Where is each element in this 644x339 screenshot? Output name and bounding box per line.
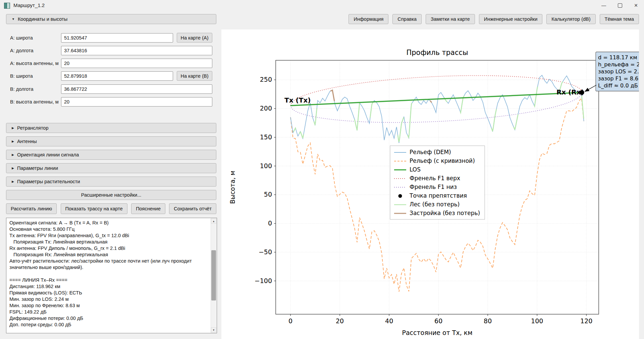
svg-text:Застройка (без потерь): Застройка (без потерь) bbox=[410, 210, 480, 216]
chevron-down-icon: ▼ bbox=[12, 17, 15, 21]
scroll-down-icon[interactable] bbox=[211, 327, 216, 333]
section-vegetation-params-label: Параметры растительности bbox=[17, 179, 80, 184]
svg-text:−100: −100 bbox=[255, 277, 272, 284]
svg-text:0: 0 bbox=[268, 219, 272, 227]
a-height-label: А: высота антенны, м bbox=[10, 59, 60, 68]
chevron-right-icon: ▶ bbox=[12, 180, 14, 183]
b-height-label: В: высота антенны, м bbox=[10, 97, 60, 107]
engineering-settings-button[interactable]: Инженерные настройки bbox=[479, 14, 543, 24]
section-line-params-label: Параметры линии bbox=[17, 165, 58, 171]
report-scrollbar[interactable] bbox=[211, 218, 216, 333]
svg-text:60: 60 bbox=[434, 317, 442, 325]
db-calculator-button[interactable]: Калькулятор (dB) bbox=[546, 14, 595, 24]
report-output[interactable]: Ориентация сигнала: A → B (Tx = A, Rx = … bbox=[6, 218, 217, 333]
profile-chart: Tx (Tx)Rx (Rx)020406080100120−100−500501… bbox=[221, 29, 639, 339]
a-height-input[interactable] bbox=[61, 59, 212, 68]
svg-text:Tx (Tx): Tx (Tx) bbox=[284, 96, 311, 104]
info-button[interactable]: Информация bbox=[348, 14, 388, 24]
explanation-button[interactable]: Пояснение bbox=[131, 203, 165, 214]
minimize-button[interactable]: — bbox=[596, 0, 612, 11]
maximize-icon bbox=[618, 3, 622, 8]
b-lat-label: В: широта bbox=[10, 71, 60, 81]
close-icon: × bbox=[634, 2, 638, 9]
app-icon bbox=[4, 3, 10, 9]
svg-text:L_diff ≈ 0.0 дБ: L_diff ≈ 0.0 дБ bbox=[598, 82, 638, 89]
a-lon-input[interactable] bbox=[61, 46, 212, 55]
report-text: Ориентация сигнала: A → B (Tx = A, Rx = … bbox=[9, 220, 209, 332]
svg-text:Профиль трассы: Профиль трассы bbox=[406, 49, 468, 57]
b-lat-input[interactable] bbox=[61, 71, 173, 81]
minimize-icon: — bbox=[601, 3, 606, 8]
svg-text:120: 120 bbox=[580, 317, 592, 325]
svg-text:0: 0 bbox=[288, 317, 292, 325]
maximize-button[interactable] bbox=[612, 0, 628, 11]
help-button[interactable]: Справка bbox=[392, 14, 422, 24]
svg-text:50: 50 bbox=[264, 191, 272, 198]
b-lon-input[interactable] bbox=[61, 84, 212, 94]
close-button[interactable]: × bbox=[628, 0, 644, 11]
section-coords-header[interactable]: ▼ Координаты и высоты bbox=[6, 14, 216, 24]
section-repeater-label: Ретранслятор bbox=[17, 125, 49, 131]
chart-panel: Tx (Tx)Rx (Rx)020406080100120−100−500501… bbox=[221, 29, 639, 339]
svg-text:100: 100 bbox=[531, 317, 543, 325]
svg-text:Точка препятствия: Точка препятствия bbox=[409, 192, 467, 199]
svg-text:Рельеф (с кривизной): Рельеф (с кривизной) bbox=[410, 157, 475, 164]
svg-text:h_рельефа = 230: h_рельефа = 230 bbox=[598, 61, 639, 68]
dark-theme-button[interactable]: Тёмная тема bbox=[600, 14, 639, 24]
svg-text:Лес (без потерь): Лес (без потерь) bbox=[410, 201, 460, 208]
scroll-up-icon[interactable] bbox=[211, 218, 216, 224]
save-report-button[interactable]: Сохранить отчёт bbox=[169, 203, 216, 214]
top-toolbar: Информация Справка Заметки на карте Инже… bbox=[348, 14, 639, 24]
b-height-input[interactable] bbox=[61, 97, 212, 107]
svg-text:150: 150 bbox=[260, 133, 272, 141]
svg-text:Расстояние от Tx, км: Расстояние от Tx, км bbox=[402, 329, 472, 336]
a-lat-label: А: широта bbox=[10, 33, 60, 43]
svg-text:Рельеф (DEM): Рельеф (DEM) bbox=[410, 149, 451, 155]
map-notes-button[interactable]: Заметки на карте bbox=[426, 14, 475, 24]
svg-text:зазор F1 = 8.6 м: зазор F1 = 8.6 м bbox=[598, 75, 639, 82]
chevron-right-icon: ▶ bbox=[12, 166, 14, 170]
section-repeater[interactable]: ▶ Ретранслятор bbox=[6, 123, 216, 133]
svg-text:LOS: LOS bbox=[410, 166, 421, 173]
svg-text:Френель F1 верх: Френель F1 верх bbox=[410, 175, 460, 182]
a-lon-label: А: долгота bbox=[10, 46, 60, 55]
title-bar: Маршрут_1.2 — × bbox=[0, 0, 644, 11]
svg-text:Высота, м: Высота, м bbox=[229, 171, 236, 204]
section-signal-orientation-label: Ориентация линии сигнала bbox=[17, 152, 79, 157]
svg-text:−50: −50 bbox=[259, 248, 272, 256]
section-coords-label: Координаты и высоты bbox=[18, 16, 67, 22]
svg-text:200: 200 bbox=[260, 105, 272, 112]
svg-text:100: 100 bbox=[260, 162, 272, 170]
window-title: Маршрут_1.2 bbox=[13, 2, 45, 8]
action-buttons-row: Рассчитать линию Показать трассу на карт… bbox=[6, 203, 216, 214]
section-vegetation-params[interactable]: ▶ Параметры растительности bbox=[6, 177, 216, 187]
svg-text:Rx (Rx): Rx (Rx) bbox=[556, 88, 584, 96]
section-antennas-label: Антенны bbox=[17, 139, 37, 144]
section-line-params[interactable]: ▶ Параметры линии bbox=[6, 163, 216, 173]
on-map-a-button[interactable]: На карте (А) bbox=[177, 33, 212, 43]
app-window: Маршрут_1.2 — × Информация Справка Замет… bbox=[0, 0, 644, 339]
advanced-settings-button[interactable]: Расширенные настройки... bbox=[6, 190, 216, 200]
svg-text:d = 118.17 км: d = 118.17 км bbox=[598, 54, 637, 61]
chevron-right-icon: ▶ bbox=[12, 153, 14, 156]
svg-text:20: 20 bbox=[336, 317, 344, 325]
calculate-link-button[interactable]: Рассчитать линию bbox=[6, 203, 57, 214]
svg-text:40: 40 bbox=[385, 317, 393, 325]
section-antennas[interactable]: ▶ Антенны bbox=[6, 136, 216, 146]
b-lon-label: В: долгота bbox=[10, 84, 60, 94]
svg-text:Френель F1 низ: Френель F1 низ bbox=[410, 184, 457, 190]
scrollbar-thumb[interactable] bbox=[211, 250, 216, 300]
svg-text:250: 250 bbox=[260, 76, 272, 83]
svg-text:80: 80 bbox=[484, 317, 492, 325]
a-lat-input[interactable] bbox=[61, 33, 173, 43]
section-signal-orientation[interactable]: ▶ Ориентация линии сигнала bbox=[6, 150, 216, 160]
on-map-b-button[interactable]: На карте (В) bbox=[177, 71, 212, 81]
chevron-right-icon: ▶ bbox=[12, 140, 14, 143]
svg-text:зазор LOS = 2.2 м: зазор LOS = 2.2 м bbox=[598, 68, 639, 75]
chevron-right-icon: ▶ bbox=[12, 126, 14, 130]
show-route-on-map-button[interactable]: Показать трассу на карте bbox=[61, 203, 127, 214]
